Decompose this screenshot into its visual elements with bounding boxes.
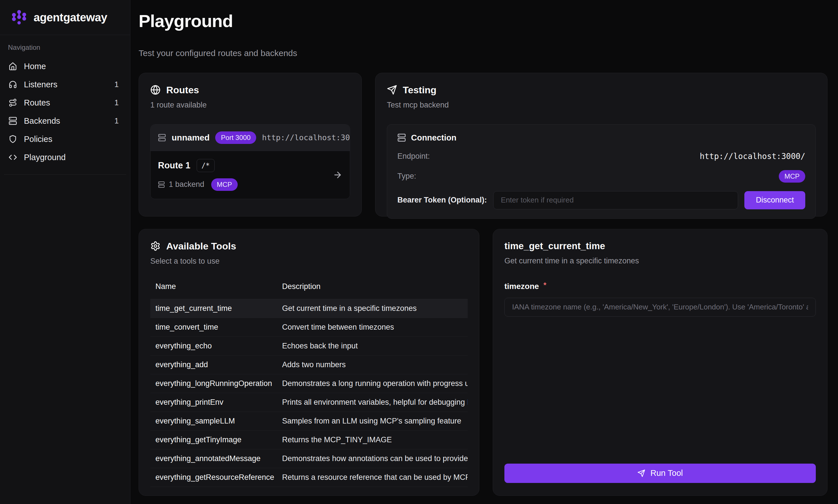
endpoint-value: http://localhost:3000/: [700, 151, 805, 161]
tool-description-cell: Demonstrates how annotations can be used…: [277, 449, 468, 468]
gear-icon: [150, 241, 160, 251]
server-icon: [8, 116, 17, 125]
bearer-token-row: Bearer Token (Optional): Disconnect: [397, 191, 805, 209]
nav-list: Home Listeners 1 Routes 1 Backends 1 Pol…: [4, 57, 126, 166]
run-tool-button[interactable]: Run Tool: [504, 464, 816, 483]
brand-name: agentgateway: [34, 11, 107, 24]
top-cards-row: Routes 1 route available unnamed Port 30…: [139, 73, 827, 216]
table-row[interactable]: everything_printEnv Prints all environme…: [150, 393, 468, 412]
sidebar-item-home[interactable]: Home: [4, 57, 126, 75]
tool-title: time_get_current_time: [504, 241, 816, 251]
mcp-type-badge: MCP: [779, 170, 805, 183]
type-row: Type: MCP: [397, 170, 805, 183]
required-marker: *: [543, 281, 546, 290]
connection-title: Connection: [411, 133, 457, 143]
routes-card-title: Routes: [166, 85, 199, 95]
nav-count-badge: 1: [115, 80, 119, 89]
table-row[interactable]: everything_annotatedMessage Demonstrates…: [150, 449, 468, 468]
testing-card-subtitle: Test mcp backend: [387, 101, 816, 109]
column-header-name: Name: [150, 282, 277, 299]
home-icon: [8, 62, 17, 71]
sidebar-item-listeners[interactable]: Listeners 1: [4, 75, 126, 94]
disconnect-button[interactable]: Disconnect: [744, 191, 805, 209]
routes-card-subtitle: 1 route available: [150, 101, 350, 109]
endpoint-row: Endpoint: http://localhost:3000/: [397, 151, 805, 161]
route-item[interactable]: Route 1 /* 1 backend MCP: [151, 151, 350, 199]
run-tool-label: Run Tool: [650, 468, 683, 478]
table-row[interactable]: everything_getTinyImage Returns the MCP_…: [150, 430, 468, 449]
tool-description-cell: Returns a resource reference that can be…: [277, 468, 468, 487]
bearer-token-label: Bearer Token (Optional):: [397, 196, 487, 204]
type-label: Type:: [397, 172, 416, 181]
code-icon: [8, 153, 17, 162]
table-row[interactable]: everything_getResourceReference Returns …: [150, 468, 468, 487]
table-row[interactable]: everything_longRunningOperation Demonstr…: [150, 374, 468, 393]
sidebar-item-backends[interactable]: Backends 1: [4, 112, 126, 130]
server-icon: [397, 133, 406, 142]
tool-description-cell: Samples from an LLM using MCP's sampling…: [277, 412, 468, 430]
column-header-description: Description: [277, 282, 468, 299]
tool-name-cell: everything_echo: [150, 337, 277, 355]
tool-description-cell: Returns the MCP_TINY_IMAGE: [277, 430, 468, 449]
shield-icon: [8, 135, 17, 143]
listener-name: unnamed: [172, 133, 209, 143]
sidebar-item-policies[interactable]: Policies: [4, 130, 126, 148]
tool-description-cell: Get current time in a specific timezones: [277, 299, 468, 318]
headphones-icon: [8, 80, 17, 89]
routes-card-header: Routes: [150, 85, 350, 95]
table-row[interactable]: everything_echo Echoes back the input: [150, 337, 468, 355]
testing-card-title: Testing: [403, 85, 436, 95]
listener-row: unnamed Port 3000 http://localhost:3000/: [151, 125, 350, 151]
tool-name-cell: everything_sampleLLM: [150, 412, 277, 430]
tools-card-title: Available Tools: [166, 241, 236, 252]
bearer-token-input[interactable]: [493, 191, 738, 209]
server-icon: [158, 134, 166, 142]
tool-description-cell: Echoes back the input: [277, 337, 468, 355]
brand-header: agentgateway: [0, 0, 130, 35]
route-type-badge: MCP: [211, 178, 238, 191]
tool-detail-panel: time_get_current_time Get current time i…: [493, 229, 827, 496]
table-row[interactable]: time_convert_time Convert time between t…: [150, 318, 468, 337]
tool-name-cell: everything_longRunningOperation: [150, 374, 277, 393]
nav-count-badge: 1: [115, 116, 119, 125]
server-icon: [158, 181, 165, 188]
connection-panel: Connection Endpoint: http://localhost:30…: [387, 124, 816, 219]
port-badge: Port 3000: [215, 131, 256, 144]
table-row[interactable]: time_get_current_time Get current time i…: [150, 299, 468, 318]
tool-description-cell: Prints all environment variables, helpfu…: [277, 393, 468, 412]
tool-name-cell: everything_add: [150, 355, 277, 374]
timezone-field-label: timezone *: [504, 282, 816, 291]
tool-subtitle: Get current time in a specific timezones: [504, 256, 816, 265]
sidebar-item-playground[interactable]: Playground: [4, 148, 126, 166]
tools-card-subtitle: Select a tools to use: [150, 257, 468, 266]
arrow-right-icon: [333, 170, 343, 180]
tool-name-cell: everything_annotatedMessage: [150, 449, 277, 468]
route-info: Route 1 /* 1 backend MCP: [158, 159, 333, 191]
tools-table: Name Description time_get_current_time G…: [150, 282, 468, 487]
tool-name-cell: everything_getResourceReference: [150, 468, 277, 487]
tools-card-header: Available Tools: [150, 241, 468, 252]
tool-name-cell: everything_getTinyImage: [150, 430, 277, 449]
globe-icon: [150, 85, 160, 95]
timezone-input[interactable]: [504, 298, 816, 317]
tools-table-header-row: Name Description: [150, 282, 468, 299]
bottom-cards-row: Available Tools Select a tools to use Na…: [139, 229, 827, 496]
listener-group: unnamed Port 3000 http://localhost:3000/…: [150, 124, 350, 199]
route-icon: [8, 98, 17, 107]
main-content: Playground Test your configured routes a…: [130, 0, 838, 504]
available-tools-card: Available Tools Select a tools to use Na…: [139, 229, 479, 496]
tool-description-cell: Adds two numbers: [277, 355, 468, 374]
page-subtitle: Test your configured routes and backends: [139, 48, 827, 58]
tool-name-cell: everything_printEnv: [150, 393, 277, 412]
table-row[interactable]: everything_sampleLLM Samples from an LLM…: [150, 412, 468, 430]
table-row[interactable]: everything_add Adds two numbers: [150, 355, 468, 374]
routes-card: Routes 1 route available unnamed Port 30…: [139, 73, 362, 216]
sidebar-item-routes[interactable]: Routes 1: [4, 94, 126, 112]
send-icon: [387, 85, 397, 95]
page-title: Playground: [139, 11, 827, 31]
tool-description-cell: Demonstrates a long running operation wi…: [277, 374, 468, 393]
connection-header: Connection: [397, 133, 805, 143]
nav-count-badge: 1: [115, 98, 119, 107]
testing-card: Testing Test mcp backend Connection Endp…: [375, 73, 827, 216]
field-name: timezone: [504, 282, 539, 291]
